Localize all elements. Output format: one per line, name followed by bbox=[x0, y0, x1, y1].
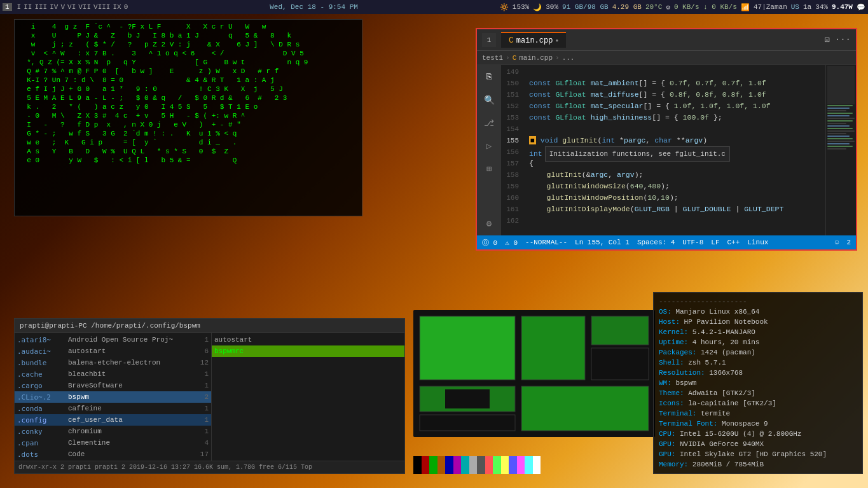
fm-count: 12 bbox=[189, 359, 209, 366]
settings-editor-icon[interactable]: ⚙ bbox=[482, 216, 496, 230]
fm-row-audaci[interactable]: .audaci~ autostart 6 bbox=[15, 345, 211, 357]
minimap-line-5 bbox=[827, 115, 850, 116]
workspace-current[interactable]: 1 bbox=[3, 3, 12, 11]
code-line-159: glutInitWindowSize(640,480); bbox=[529, 181, 820, 192]
fm-dir-name: .cache bbox=[17, 370, 68, 379]
code-line-150: const GLfloat mat_ambient[] = { 0.7f, 0.… bbox=[529, 78, 820, 89]
moon-icon: 🌙 bbox=[533, 3, 542, 11]
disk-usage: 91 GB/98 GB bbox=[562, 3, 609, 11]
fm-row-clio[interactable]: .CLio~.2 bspwm 2 bbox=[15, 391, 211, 403]
fm-count: 1 bbox=[189, 370, 209, 378]
fm-row-atari8[interactable]: .atari8~ Android Open Source Proj~ 1 bbox=[15, 334, 211, 345]
fm-count: 1 bbox=[189, 336, 209, 344]
fm-row-bundle[interactable]: .bundle balena-etcher-electron 12 bbox=[15, 357, 211, 368]
palette-black bbox=[413, 456, 422, 474]
tab-modified-dot: ● bbox=[555, 38, 558, 43]
ws-IV[interactable]: IV bbox=[50, 3, 58, 11]
code-line-162 bbox=[529, 215, 820, 227]
breadcrumb-extra: ... bbox=[562, 54, 575, 62]
fm-row-cargo[interactable]: .cargo BraveSoftware 1 bbox=[15, 380, 211, 391]
cpp-icon: C bbox=[509, 36, 514, 45]
debug-icon[interactable]: ▷ bbox=[482, 139, 496, 153]
ws-II[interactable]: II bbox=[24, 3, 32, 11]
minimap-line-14 bbox=[827, 138, 853, 139]
code-line-153: const GLfloat high_shininess[] = { 100.0… bbox=[529, 112, 820, 123]
fm-file-autostart[interactable]: autostart bbox=[212, 334, 404, 345]
sysinfo-packages: Packages: 1424 (pacman) bbox=[659, 347, 857, 358]
battery-icon: 30% bbox=[546, 3, 558, 11]
sysinfo-os: OS: Manjaro Linux x86_64 bbox=[659, 307, 857, 317]
more-options-icon[interactable]: ··· bbox=[835, 34, 851, 45]
source-control-icon[interactable]: ⎇ bbox=[482, 116, 496, 130]
svg-rect-4 bbox=[420, 415, 515, 431]
fm-row-config[interactable]: .config cef_user_data 1 bbox=[15, 414, 211, 426]
file-manager[interactable]: prapti@prapti-PC /home/prapti/.config/bs… bbox=[14, 318, 405, 474]
sysinfo-theme: Theme: Adwaita [GTK2/3] bbox=[659, 388, 857, 398]
palette-white bbox=[533, 456, 541, 474]
ws-VI[interactable]: VI bbox=[67, 3, 76, 11]
ws-0[interactable]: 0 bbox=[124, 3, 128, 11]
fm-dir-full: autostart bbox=[68, 347, 189, 355]
fm-row-conky[interactable]: .conky chromium 1 bbox=[15, 426, 211, 437]
fm-dir-full: BraveSoftware bbox=[68, 382, 189, 389]
code-editor[interactable]: 1 C main.cpp ● ⊡ ··· test1 › C main.cpp … bbox=[476, 28, 857, 251]
minimap-line-6 bbox=[827, 118, 855, 119]
indent-size: Spaces: 4 bbox=[637, 239, 675, 246]
minimap-line-10 bbox=[827, 128, 853, 129]
fm-dir-full: bspwm bbox=[68, 393, 189, 401]
split-editor-icon[interactable]: ⊡ bbox=[824, 34, 829, 45]
topbar-right: 🔆 153% 🌙 30% 91 GB/98 GB 4.29 GB 20°C ⚙ … bbox=[500, 3, 865, 11]
fm-row-conda[interactable]: .conda caffeine 1 bbox=[15, 403, 211, 414]
code-line-160: glutInitWindowPosition(10,10); bbox=[529, 192, 820, 204]
minimap-line-1 bbox=[827, 105, 853, 106]
editor-code-area[interactable]: const GLfloat mat_ambient[] = { 0.7f, 0.… bbox=[524, 65, 825, 235]
ws-V[interactable]: V bbox=[60, 3, 65, 11]
extensions-icon[interactable]: ⊞ bbox=[482, 162, 496, 176]
fm-dir-name: .CLio~.2 bbox=[17, 393, 68, 401]
sysinfo-resolution: Resolution: 1366x768 bbox=[659, 368, 857, 378]
minimap-line-8 bbox=[827, 123, 846, 124]
breadcrumb-root: test1 bbox=[482, 54, 503, 62]
topbar: 1 I II III IV V VI VII VIII IX 0 Wed, De… bbox=[0, 0, 868, 14]
tab-label: main.cpp bbox=[516, 36, 553, 45]
fm-row-cache[interactable]: .cache bleachbit 1 bbox=[15, 368, 211, 380]
fm-row-cpan[interactable]: .cpan Clementine 4 bbox=[15, 437, 211, 449]
editor-tab-main-cpp[interactable]: C main.cpp ● bbox=[501, 32, 566, 48]
explorer-icon[interactable]: ⎘ bbox=[482, 70, 496, 84]
tray-icon: 💬 bbox=[857, 3, 865, 11]
sysinfo-gpu2: GPU: Intel Skylake GT2 [HD Graphics 520] bbox=[659, 449, 857, 459]
temperature: 20°C bbox=[645, 3, 662, 11]
code-line-158: glutInit(&argc, argv); bbox=[529, 169, 820, 181]
minimap-highlight bbox=[827, 66, 855, 104]
vim-mode: --NORMAL-- bbox=[525, 239, 567, 246]
power-value: 9.47W bbox=[832, 3, 853, 11]
fm-file-autostart-name: autostart bbox=[214, 336, 402, 344]
ws-III[interactable]: III bbox=[34, 3, 47, 11]
sysinfo-panel: --------------------- OS: Manjaro Linux … bbox=[653, 292, 863, 474]
matrix-terminal[interactable]: i 4 g z F `c ^ - ?F x L F X X c r U W w … bbox=[14, 19, 362, 216]
fm-count: 1 bbox=[189, 428, 209, 435]
fm-status-text: drwxr-xr-x 2 prapti prapti 2 2019-12-16 … bbox=[18, 464, 312, 471]
minimap-line-18 bbox=[827, 148, 846, 150]
fm-dir-full: Android Open Source Proj~ bbox=[68, 336, 189, 344]
fm-file-bspwmrc[interactable]: bspwmrc bbox=[212, 345, 404, 357]
line-ending: LF bbox=[711, 239, 719, 246]
wifi-icon: 📶 bbox=[741, 3, 750, 11]
sysinfo-shell: Shell: zsh 5.7.1 bbox=[659, 358, 857, 368]
code-line-149 bbox=[529, 66, 820, 78]
fm-dir-name: .config bbox=[17, 416, 68, 424]
fm-dir-full: cef_user_data bbox=[68, 416, 189, 424]
fm-dir-name: .dots bbox=[17, 450, 68, 459]
bspwm-svg bbox=[413, 310, 655, 437]
fm-dir-full: chromium bbox=[68, 428, 189, 435]
ws-I[interactable]: I bbox=[17, 3, 22, 11]
fm-dir-name: .conda bbox=[17, 405, 68, 413]
ws-IX[interactable]: IX bbox=[113, 3, 121, 11]
kbd-layout: 1a bbox=[803, 3, 811, 11]
fm-row-dots[interactable]: .dots Code 17 bbox=[15, 449, 211, 460]
ws-VIII[interactable]: VIII bbox=[93, 3, 110, 11]
search-editor-icon[interactable]: 🔍 bbox=[482, 93, 496, 107]
ws-VII[interactable]: VII bbox=[78, 3, 91, 11]
minimap-line-3 bbox=[827, 110, 846, 111]
sysinfo-wm: WM: bspwm bbox=[659, 378, 857, 388]
